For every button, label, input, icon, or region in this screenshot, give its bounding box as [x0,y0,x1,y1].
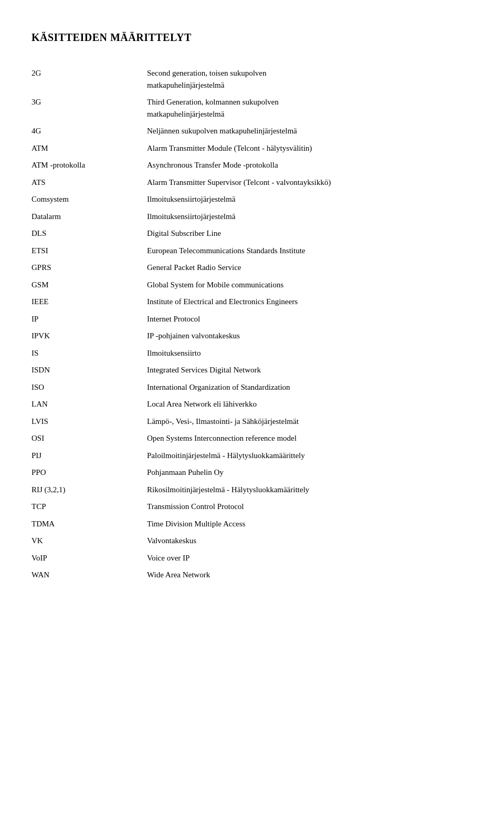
term-cell: Datalarm [32,208,147,225]
table-row: 3GThird Generation, kolmannen sukupolven… [32,94,472,122]
definition-cell: Lämpö-, Vesi-, Ilmastointi- ja Sähköjärj… [147,413,472,430]
definition-cell: European Telecommunications Standards In… [147,242,472,260]
term-cell: ISO [32,379,147,396]
table-row: ATSAlarm Transmitter Supervisor (Telcont… [32,174,472,191]
term-cell: LVIS [32,413,147,430]
table-row: WANWide Area Network [32,566,472,584]
table-row: GSMGlobal System for Mobile communicatio… [32,276,472,294]
table-row: ISOInternational Organization of Standar… [32,379,472,396]
table-row: 2GSecond generation, toisen sukupolvenma… [32,65,472,94]
term-cell: IP [32,310,147,328]
table-row: PIJPaloilmoitinjärjestelmä - Hälytysluok… [32,447,472,464]
definition-cell: Wide Area Network [147,566,472,584]
table-row: IEEEInstitute of Electrical and Electron… [32,293,472,310]
definition-cell: Valvontakeskus [147,532,472,549]
table-row: OSIOpen Systems Interconnection referenc… [32,430,472,447]
definition-cell: Alarm Transmitter Module (Telcont - häly… [147,140,472,157]
definition-cell: Paloilmoitinjärjestelmä - Hälytysluokkam… [147,447,472,464]
table-row: ComsystemIlmoituksensiirtojärjestelmä [32,191,472,208]
table-row: DatalarmIlmoituksensiirtojärjestelmä [32,208,472,225]
definition-cell: Pohjanmaan Puhelin Oy [147,464,472,481]
term-cell: TCP [32,498,147,515]
term-cell: 2G [32,65,147,94]
term-cell: ATM -protokolla [32,157,147,174]
table-row: ATMAlarm Transmitter Module (Telcont - h… [32,140,472,157]
table-row: ATM -protokollaAsynchronous Transfer Mod… [32,157,472,174]
definition-cell: Open Systems Interconnection reference m… [147,430,472,447]
table-row: TDMATime Division Multiple Access [32,515,472,533]
definition-cell: Internet Protocol [147,310,472,328]
term-cell: ATS [32,174,147,191]
term-cell: IEEE [32,293,147,310]
definition-cell: Time Division Multiple Access [147,515,472,533]
page-title: KÄSITTEIDEN MÄÄRITTELYT [32,32,472,44]
definition-cell: International Organization of Standardiz… [147,379,472,396]
table-row: VoIPVoice over IP [32,549,472,567]
definition-cell: Second generation, toisen sukupolvenmatk… [147,65,472,94]
table-row: ETSIEuropean Telecommunications Standard… [32,242,472,260]
definition-cell: Ilmoituksensiirto [147,345,472,362]
table-row: DLSDigital Subscriber Line [32,225,472,242]
table-row: IPVKIP -pohjainen valvontakeskus [32,327,472,345]
definition-cell: General Packet Radio Service [147,259,472,276]
table-row: LANLocal Area Network eli lähiverkko [32,396,472,413]
definition-cell: Voice over IP [147,549,472,567]
term-cell: WAN [32,566,147,584]
definition-cell: Integrated Services Digital Network [147,361,472,379]
term-cell: VoIP [32,549,147,567]
table-row: GPRSGeneral Packet Radio Service [32,259,472,276]
term-cell: IPVK [32,327,147,345]
term-cell: ATM [32,140,147,157]
definition-cell: Local Area Network eli lähiverkko [147,396,472,413]
term-cell: LAN [32,396,147,413]
term-cell: IS [32,345,147,362]
term-cell: PPO [32,464,147,481]
table-row: IPInternet Protocol [32,310,472,328]
table-row: PPOPohjanmaan Puhelin Oy [32,464,472,481]
table-row: VKValvontakeskus [32,532,472,549]
definition-cell: Rikosilmoitinjärjestelmä - Hälytysluokka… [147,481,472,499]
term-cell: DLS [32,225,147,242]
definition-cell: Global System for Mobile communications [147,276,472,294]
definition-cell: Ilmoituksensiirtojärjestelmä [147,208,472,225]
table-row: 4GNeljännen sukupolven matkapuhelinjärje… [32,122,472,140]
definition-cell: Asynchronous Transfer Mode -protokolla [147,157,472,174]
definition-cell: Neljännen sukupolven matkapuhelinjärjest… [147,122,472,140]
term-cell: 3G [32,94,147,122]
term-cell: RIJ (3,2,1) [32,481,147,499]
definition-cell: Alarm Transmitter Supervisor (Telcont - … [147,174,472,191]
term-cell: TDMA [32,515,147,533]
term-cell: OSI [32,430,147,447]
definition-cell: Institute of Electrical and Electronics … [147,293,472,310]
table-row: LVISLämpö-, Vesi-, Ilmastointi- ja Sähkö… [32,413,472,430]
definition-cell: Transmission Control Protocol [147,498,472,515]
term-cell: 4G [32,122,147,140]
definition-cell: Digital Subscriber Line [147,225,472,242]
definition-cell: IP -pohjainen valvontakeskus [147,327,472,345]
definition-cell: Ilmoituksensiirtojärjestelmä [147,191,472,208]
term-cell: ISDN [32,361,147,379]
term-cell: GPRS [32,259,147,276]
definition-cell: Third Generation, kolmannen sukupolvenma… [147,94,472,122]
term-cell: GSM [32,276,147,294]
definitions-table: 2GSecond generation, toisen sukupolvenma… [32,65,472,584]
table-row: TCPTransmission Control Protocol [32,498,472,515]
term-cell: VK [32,532,147,549]
term-cell: Comsystem [32,191,147,208]
table-row: ISIlmoituksensiirto [32,345,472,362]
term-cell: PIJ [32,447,147,464]
term-cell: ETSI [32,242,147,260]
table-row: RIJ (3,2,1)Rikosilmoitinjärjestelmä - Hä… [32,481,472,499]
table-row: ISDNIntegrated Services Digital Network [32,361,472,379]
